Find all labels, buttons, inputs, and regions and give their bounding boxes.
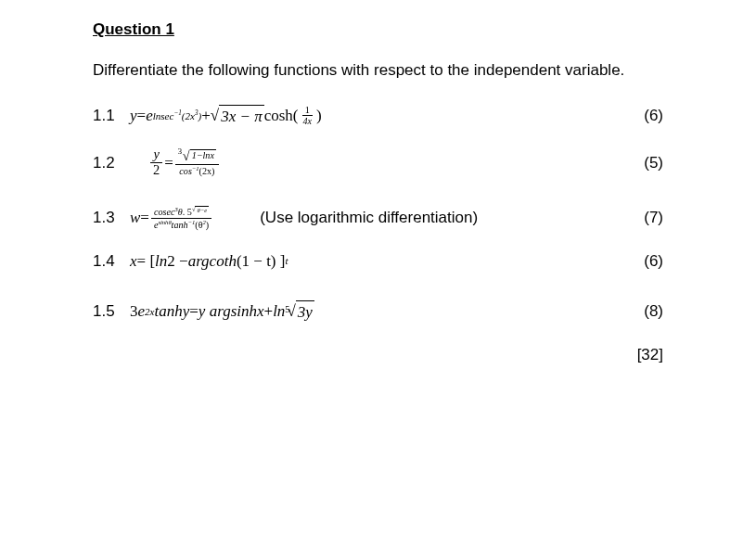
question-1-4: 1.4 x = [ ln 2 − argcoth (1 − t) ] t (6) <box>93 250 663 273</box>
exponent: lnsec−1(2x3) <box>153 108 202 123</box>
question-1-1: 1.1 y = e lnsec−1(2x3) + 3x − π cosh( 1 … <box>93 105 663 128</box>
sqrt: 3y <box>287 300 314 324</box>
cosh: cosh( <box>264 105 299 127</box>
three: 3 <box>130 300 138 323</box>
q-expression: 3e2xtanhy = y argsinhx + ln 5 3y <box>130 300 617 324</box>
total-marks: [32] <box>637 344 663 366</box>
argcoth: argcoth <box>188 250 237 273</box>
q-expression: y = e lnsec−1(2x3) + 3x − π cosh( 1 4x ) <box>130 105 617 128</box>
q-marks: (7) <box>617 207 663 229</box>
sqrt-symbol <box>183 149 190 164</box>
q-expression: w = cosec3θ. 5θ−e esinhθtanh−1(θ2) (Use … <box>130 206 617 230</box>
close-paren: ) <box>316 105 322 127</box>
frac-num: y <box>150 147 161 163</box>
paren: (1 − t) ] <box>237 250 286 273</box>
rhs1: y argsinhx <box>199 300 264 323</box>
sqrt-body: 3y <box>296 300 314 324</box>
sup-2x: 2x <box>145 305 154 319</box>
q-number: 1.3 <box>93 207 130 229</box>
var-w: w <box>130 207 140 229</box>
equals: = <box>164 152 173 174</box>
fraction-rhs: 3 1−lnx cos−1(2x) <box>175 149 219 176</box>
sqrt-body: 3x − π <box>219 105 264 128</box>
exp-text2: (2x <box>182 110 195 121</box>
sup: −1 <box>192 165 199 172</box>
frac-den: esinhθtanh−1(θ2) <box>151 219 211 230</box>
arg: (2x) <box>199 166 215 176</box>
cosec: cosec <box>154 208 174 218</box>
sqrt: 1−lnx <box>183 149 216 164</box>
frac-den: 2 <box>150 163 162 178</box>
equals-bracket: = [ <box>137 250 156 273</box>
question-1-2: 1.2 y 2 = 3 1−lnx cos−1(2x) (5) <box>93 147 663 178</box>
frac-den: cos−1(2x) <box>176 165 217 176</box>
sqrt-symbol <box>211 105 219 127</box>
equals: = <box>137 105 147 127</box>
sqrt-body: θ−e <box>195 206 209 213</box>
ln: ln <box>155 250 167 273</box>
fraction: cosec3θ. 5θ−e esinhθtanh−1(θ2) <box>151 206 211 230</box>
sqrt: 3x − π <box>211 105 264 128</box>
hint-text: (Use logarithmic differentiation) <box>260 207 478 229</box>
exp-text: lnsec <box>153 110 174 121</box>
cosh-text: cosh( <box>264 107 299 124</box>
question-title: Question 1 <box>93 19 663 41</box>
cos: cos <box>179 166 191 176</box>
sup-t: t <box>285 254 288 268</box>
q-number: 1.5 <box>93 300 130 323</box>
q-expression: y 2 = 3 1−lnx cos−1(2x) <box>130 147 617 178</box>
root-index: 5 <box>285 303 289 316</box>
q-marks: (6) <box>617 250 663 273</box>
plus: + <box>201 105 211 127</box>
frac-num: 1 <box>302 105 313 116</box>
tanhy: tanhy <box>154 300 189 323</box>
exp-sup: −1 <box>173 109 181 117</box>
equals: = <box>140 207 149 229</box>
q-number: 1.2 <box>93 152 130 174</box>
sqrt-body: 1−lnx <box>190 149 216 160</box>
var-x: x <box>130 250 137 273</box>
arg-close: ) <box>206 220 209 230</box>
question-1-3: 1.3 w = cosec3θ. 5θ−e esinhθtanh−1(θ2) (… <box>93 206 663 230</box>
tanh: tanh <box>172 220 188 230</box>
q-number: 1.4 <box>93 250 130 273</box>
frac-num: cosec3θ. 5θ−e <box>151 206 211 218</box>
total-row: [32] <box>93 344 663 366</box>
frac-num: 3 1−lnx <box>175 149 219 165</box>
e: e <box>138 300 146 323</box>
q-number: 1.1 <box>93 105 130 127</box>
frac-den: 4x <box>301 116 315 126</box>
ln: ln <box>273 300 285 323</box>
equals: = <box>189 300 199 323</box>
q-marks: (5) <box>617 152 663 174</box>
fraction: 1 4x <box>301 105 315 126</box>
sinh-sup: sinhθ <box>158 219 171 225</box>
dot: . 5 <box>183 208 192 218</box>
question-intro: Differentiate the following functions wi… <box>93 59 663 82</box>
q-marks: (8) <box>617 300 663 323</box>
root-index: 3 <box>178 146 182 156</box>
q-marks: (6) <box>617 105 663 127</box>
q-expression: x = [ ln 2 − argcoth (1 − t) ] t <box>130 250 617 273</box>
two-minus: 2 − <box>167 250 187 273</box>
base-e: e <box>146 105 153 127</box>
question-1-5: 1.5 3e2xtanhy = y argsinhx + ln 5 3y (8) <box>93 300 663 324</box>
sup-sqrt: θ−e <box>192 206 209 212</box>
arg-open: (θ <box>195 220 202 230</box>
plus: + <box>264 300 274 323</box>
var-y: y <box>130 105 137 127</box>
fraction-lhs: y 2 <box>150 147 162 178</box>
